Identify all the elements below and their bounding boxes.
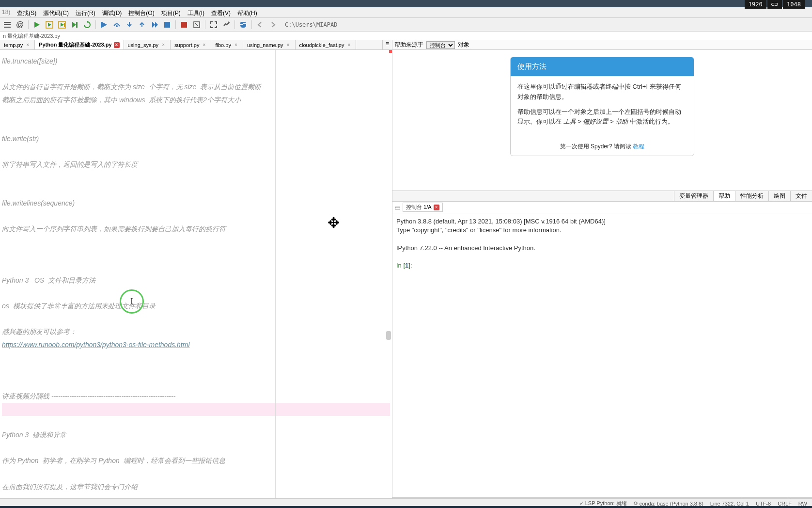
run-cell-advance-icon[interactable] bbox=[57, 19, 67, 30]
status-line: Line 7322, Col 1 bbox=[710, 501, 749, 507]
clear-icon[interactable] bbox=[191, 19, 202, 30]
menu-console[interactable]: 控制台(O) bbox=[126, 9, 156, 16]
outline-icon[interactable] bbox=[2, 19, 13, 30]
scroll-thumb[interactable] bbox=[386, 331, 391, 340]
svg-marker-12 bbox=[102, 22, 107, 28]
run-icon[interactable] bbox=[31, 19, 42, 30]
svg-rect-10 bbox=[76, 22, 78, 28]
svg-rect-8 bbox=[64, 23, 65, 27]
status-rw: RW bbox=[798, 501, 807, 507]
continue-icon[interactable] bbox=[149, 19, 160, 30]
menu-tools[interactable]: 工具(I) bbox=[186, 9, 206, 16]
tab-plots[interactable]: 绘图 bbox=[768, 191, 790, 201]
step-out-icon[interactable] bbox=[137, 19, 147, 30]
tab-fibo[interactable]: fibo.py× bbox=[211, 40, 243, 49]
code-line bbox=[2, 145, 390, 158]
code-line: 从文件的首行首字符开始截断，截断文件为 size 个字符，无 size 表示从当… bbox=[2, 80, 390, 94]
step-over-icon[interactable] bbox=[111, 19, 122, 30]
menu-project[interactable]: 项目(P) bbox=[159, 9, 183, 16]
menu-view[interactable]: 查看(V) bbox=[209, 9, 233, 16]
code-line bbox=[2, 235, 390, 248]
code-editor[interactable]: ✥ I file.truncate([size]) 从文件的首行首字符开始截断，… bbox=[0, 50, 392, 508]
stop-debug-icon[interactable] bbox=[162, 19, 172, 30]
help-card-title: 使用方法 bbox=[511, 57, 694, 76]
close-icon[interactable]: × bbox=[160, 42, 166, 48]
back-icon[interactable] bbox=[255, 19, 265, 30]
tab-var-explorer[interactable]: 变量管理器 bbox=[674, 191, 713, 201]
toolbar: @ C:\Users\MIAPAD bbox=[0, 18, 812, 32]
taskbar[interactable] bbox=[0, 506, 812, 508]
code-line: Python 3 OS 文件和目录方法 bbox=[2, 274, 390, 287]
code-line: os 模块提供了非常丰富的方法用来处理文件和目录 bbox=[2, 300, 390, 313]
tab-profiler[interactable]: 性能分析 bbox=[735, 191, 768, 201]
svg-marker-7 bbox=[61, 23, 64, 27]
close-icon[interactable]: × bbox=[114, 42, 120, 48]
cursor-highlight: I bbox=[120, 289, 144, 314]
step-into-icon[interactable] bbox=[124, 19, 135, 30]
tutorial-link[interactable]: 教程 bbox=[633, 143, 644, 150]
svg-marker-9 bbox=[72, 22, 76, 28]
tab-using-sys[interactable]: using_sys.py× bbox=[124, 40, 171, 49]
menu-run[interactable]: 运行(R) bbox=[74, 9, 97, 16]
svg-marker-3 bbox=[34, 22, 40, 28]
resolution-badge: 1920 ⊂⊃ 1048 bbox=[745, 0, 805, 9]
help-source-select[interactable]: 控制台 bbox=[426, 41, 455, 49]
tab-support[interactable]: support.py× bbox=[171, 40, 211, 49]
stop-icon[interactable] bbox=[179, 19, 189, 30]
new-console-icon[interactable]: ▭ bbox=[394, 204, 401, 211]
code-line bbox=[2, 416, 390, 429]
help-object-label: 对象 bbox=[458, 41, 469, 49]
close-icon[interactable]: × bbox=[346, 42, 352, 48]
editor-tabs: temp.py× Python 量化编程基础-2023.py× using_sy… bbox=[0, 40, 392, 50]
editor-scrollbar[interactable] bbox=[384, 50, 392, 508]
svg-marker-5 bbox=[48, 23, 51, 27]
run-selection-icon[interactable] bbox=[69, 19, 80, 30]
console-line: IPython 7.22.0 -- An enhanced Interactiv… bbox=[396, 244, 808, 253]
res-sep: ⊂⊃ bbox=[767, 0, 782, 9]
run-cell-icon[interactable] bbox=[44, 19, 55, 30]
forward-icon[interactable] bbox=[267, 19, 278, 30]
code-line bbox=[2, 68, 390, 81]
console-prompt[interactable]: In [1]: bbox=[396, 261, 808, 270]
tab-help[interactable]: 帮助 bbox=[713, 191, 735, 201]
tab-temp[interactable]: temp.py× bbox=[0, 40, 35, 49]
tab-cloudpickle[interactable]: cloudpickle_fast.py× bbox=[296, 40, 357, 49]
code-line bbox=[2, 171, 390, 184]
menu-source[interactable]: 源代码(C) bbox=[41, 9, 71, 16]
breadcrumb[interactable]: n 量化编程基础-2023.py bbox=[0, 32, 812, 40]
help-para-2: 帮助信息可以在一个对象之后加上一个左圆括号的时候自动显示。你可以在 工具 > 偏… bbox=[517, 107, 687, 127]
debug-icon[interactable] bbox=[99, 19, 109, 30]
svg-point-14 bbox=[116, 25, 118, 27]
svg-rect-0 bbox=[4, 22, 11, 23]
settings-icon[interactable] bbox=[221, 19, 232, 30]
code-line bbox=[2, 287, 390, 300]
help-header: 帮助来源于 控制台 对象 bbox=[392, 40, 812, 50]
code-line: 将字符串写入文件，返回的是写入的字符长度 bbox=[2, 158, 390, 171]
console-output[interactable]: Python 3.8.8 (default, Apr 13 2021, 15:0… bbox=[392, 213, 812, 497]
close-icon[interactable]: × bbox=[434, 205, 439, 210]
tab-files[interactable]: 文件 bbox=[790, 191, 812, 201]
close-icon[interactable]: × bbox=[25, 42, 31, 48]
code-line: 在前面我们没有提及，这章节我们会专门介绍 bbox=[2, 480, 390, 493]
at-icon[interactable]: @ bbox=[15, 19, 25, 30]
python-path-icon[interactable] bbox=[238, 19, 249, 30]
code-line bbox=[2, 184, 390, 197]
close-icon[interactable]: × bbox=[285, 42, 291, 48]
menu-debug[interactable]: 调试(D) bbox=[100, 9, 124, 16]
tab-using-name[interactable]: using_name.py× bbox=[243, 40, 296, 49]
code-line bbox=[2, 351, 390, 365]
menu-help[interactable]: 帮助(H) bbox=[235, 9, 259, 16]
more-tabs-icon[interactable]: ≡ bbox=[382, 40, 392, 49]
console-tab-1[interactable]: 控制台 1/A × bbox=[403, 203, 443, 212]
menu-find[interactable]: 查找(S) bbox=[15, 9, 38, 16]
code-line: 截断之后后面的所有字符被删除，其中 windows 系统下的换行代表2个字符大小 bbox=[2, 94, 390, 107]
close-icon[interactable]: × bbox=[233, 42, 239, 48]
code-link[interactable]: https://www.runoob.com/python3/python3-o… bbox=[2, 341, 190, 349]
close-icon[interactable]: × bbox=[201, 42, 207, 48]
status-encoding: UTF-8 bbox=[756, 501, 771, 507]
tab-main[interactable]: Python 量化编程基础-2023.py× bbox=[35, 40, 124, 49]
code-line bbox=[2, 364, 390, 377]
maximize-icon[interactable] bbox=[208, 19, 219, 30]
code-line bbox=[2, 403, 390, 416]
rerun-icon[interactable] bbox=[82, 19, 93, 30]
